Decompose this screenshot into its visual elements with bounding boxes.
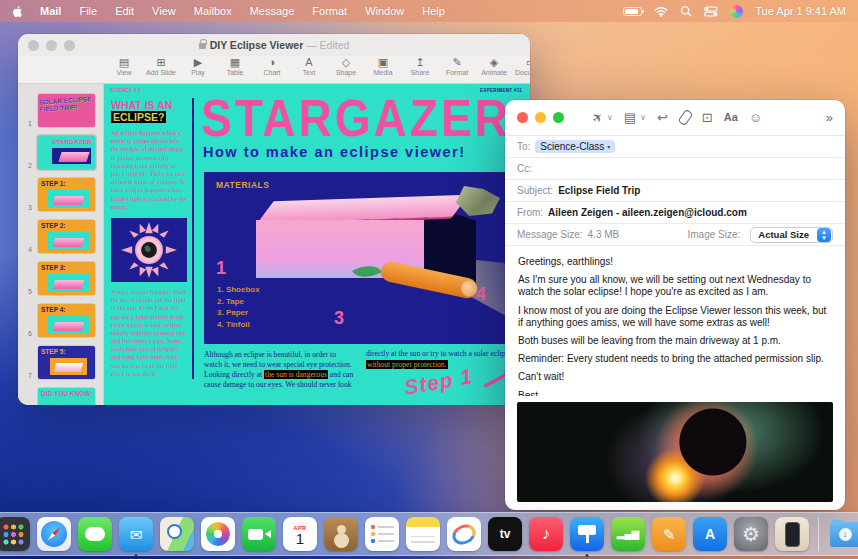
slide-thumbnail-5[interactable]: STEP 3:: [36, 260, 97, 297]
slide-thumbnail-1[interactable]: SOLAR ECLIPSE FIELD TRIP!: [36, 92, 97, 129]
slide-canvas[interactable]: SCIENCE 4.2 EXPERIMENT #11 WHAT IS AN EC…: [104, 84, 530, 405]
pages-icon[interactable]: ✎: [652, 517, 686, 551]
materials-box[interactable]: MATERIALS 1. Shoebox2. Tape3. Paper4. Ti…: [204, 172, 516, 344]
toolbar-media-button[interactable]: ▣Media: [371, 56, 395, 76]
image-size-select[interactable]: Actual Size▲▼: [750, 227, 833, 243]
insert-photo-icon[interactable]: ⊡: [702, 111, 713, 124]
wifi-icon[interactable]: [654, 6, 668, 17]
materials-list-item: 3. Paper: [217, 307, 260, 319]
toolbar-text-button[interactable]: AText: [297, 56, 321, 76]
settings-icon[interactable]: ⚙: [734, 517, 768, 551]
toolbar-play-button[interactable]: ▶Play: [186, 56, 210, 76]
slide-thumbnail-row: 7STEP 5:: [18, 339, 103, 381]
toolbar-table-button[interactable]: ▦Table: [223, 56, 247, 76]
numbers-icon[interactable]: ▂▄▆: [611, 517, 645, 551]
send-menu-chevron-icon[interactable]: ∨: [607, 114, 613, 122]
emoji-icon[interactable]: ☺: [749, 111, 762, 124]
minimize-button[interactable]: [535, 112, 546, 123]
slide-course-code: SCIENCE 4.2: [110, 88, 141, 93]
toolbar-format-button[interactable]: ✎Format: [445, 56, 469, 76]
format-icon[interactable]: Aa: [724, 112, 738, 123]
mail-icon[interactable]: ✉: [119, 517, 153, 551]
downloads-icon[interactable]: ↓: [828, 517, 858, 551]
keynote-icon[interactable]: [570, 517, 604, 551]
menu-message[interactable]: Message: [250, 5, 295, 17]
slide-thumbnail-6[interactable]: STEP 4:: [36, 302, 97, 339]
slide-thumbnail-4[interactable]: STEP 2:: [36, 218, 97, 255]
menu-format[interactable]: Format: [312, 5, 347, 17]
slide-paragraph-1: An eclipse happens when a moon or planet…: [111, 129, 187, 211]
slide-subtitle[interactable]: How to make an eclipse viewer!: [203, 144, 466, 160]
undo-icon[interactable]: ↩: [657, 111, 668, 124]
tv-icon[interactable]: tv: [488, 517, 522, 551]
slide-number: 4: [20, 246, 32, 255]
to-field[interactable]: To: Science-Class▾: [505, 136, 845, 158]
maps-icon[interactable]: [160, 517, 194, 551]
toolbar-document-button[interactable]: ▭Document: [519, 56, 530, 76]
send-icon[interactable]: ✈: [592, 111, 603, 124]
close-button[interactable]: [517, 112, 528, 123]
materials-list-item: 2. Tape: [217, 296, 260, 308]
keynote-title-bar[interactable]: DIY Eclipse Viewer — Edited: [18, 34, 530, 56]
dock-item-settings: ⚙: [734, 517, 768, 551]
menu-view[interactable]: View: [152, 5, 176, 17]
dock-item-facetime: [242, 517, 276, 551]
apple-menu-icon[interactable]: [12, 5, 24, 18]
launchpad-icon[interactable]: [0, 517, 30, 551]
zoom-button[interactable]: [553, 112, 564, 123]
control-center-icon[interactable]: [704, 6, 718, 17]
battery-icon[interactable]: [623, 7, 642, 16]
freeform-icon[interactable]: [447, 517, 481, 551]
slide-thumbnail-3[interactable]: STEP 1:: [36, 176, 97, 213]
cc-field[interactable]: Cc:: [505, 158, 845, 180]
slide-thumbnail-7[interactable]: STEP 5:: [36, 344, 97, 381]
menu-mailbox[interactable]: Mailbox: [194, 5, 232, 17]
toolbar-animate-button[interactable]: ◈Animate: [482, 56, 506, 76]
message-paragraph: As I'm sure you all know, we will be set…: [518, 274, 832, 298]
more-icon[interactable]: »: [826, 111, 833, 124]
slide-thumbnail-label: STARGAZER: [52, 139, 92, 145]
menu-file[interactable]: File: [79, 5, 97, 17]
recipient-token[interactable]: Science-Class▾: [535, 140, 615, 153]
iphone-icon[interactable]: [775, 517, 809, 551]
slide-thumbnail-2[interactable]: STARGAZER: [36, 134, 97, 171]
header-fields-icon[interactable]: ▤: [624, 111, 636, 124]
contacts-icon[interactable]: [324, 517, 358, 551]
message-body[interactable]: Greetings, earthlings!As I'm sure you al…: [505, 248, 845, 396]
keynote-window-title: DIY Eclipse Viewer — Edited: [18, 39, 530, 51]
subject-label: Subject:: [517, 185, 553, 196]
photos-icon[interactable]: [201, 517, 235, 551]
toolbar-label: View: [116, 69, 131, 76]
select-stepper-icon: ▲▼: [817, 228, 831, 242]
header-fields-chevron-icon[interactable]: ∨: [640, 114, 646, 122]
menu-mail[interactable]: Mail: [40, 5, 61, 17]
calendar-day: 1: [296, 531, 304, 547]
facetime-icon[interactable]: [242, 517, 276, 551]
from-field[interactable]: From: Aileen Zeigen - aileen.zeigen@iclo…: [505, 202, 845, 224]
menu-edit[interactable]: Edit: [115, 5, 134, 17]
eclipse-photo-attachment[interactable]: [517, 402, 833, 502]
safari-icon[interactable]: [37, 517, 71, 551]
siri-icon[interactable]: [730, 5, 743, 18]
calendar-icon[interactable]: APR1: [283, 517, 317, 551]
subject-field[interactable]: Subject: Eclipse Field Trip: [505, 180, 845, 202]
toolbar-add-slide-button[interactable]: ⊞Add Slide: [149, 56, 173, 76]
menu-help[interactable]: Help: [422, 5, 445, 17]
toolbar-chart-button[interactable]: ◑Chart: [260, 56, 284, 76]
edited-badge: — Edited: [306, 39, 349, 51]
menu-window[interactable]: Window: [365, 5, 404, 17]
toolbar-shape-button[interactable]: ◇Shape: [334, 56, 358, 76]
slide-thumbnail-8[interactable]: DID YOU KNOW:: [36, 386, 97, 405]
attach-icon[interactable]: [679, 110, 691, 125]
slide-title[interactable]: STARGAZER: [201, 88, 530, 148]
music-icon[interactable]: ♪: [529, 517, 563, 551]
toolbar-view-button[interactable]: ▤View: [112, 56, 136, 76]
reminders-icon[interactable]: [365, 517, 399, 551]
menu-bar-clock[interactable]: Tue Apr 1 9:41 AM: [755, 5, 846, 17]
notes-icon[interactable]: [406, 517, 440, 551]
toolbar-share-button[interactable]: ↥Share: [408, 56, 432, 76]
messages-icon[interactable]: [78, 517, 112, 551]
search-icon[interactable]: [680, 5, 692, 17]
appstore-icon[interactable]: A: [693, 517, 727, 551]
slide-thumbnail-label: STEP 3:: [41, 264, 65, 271]
